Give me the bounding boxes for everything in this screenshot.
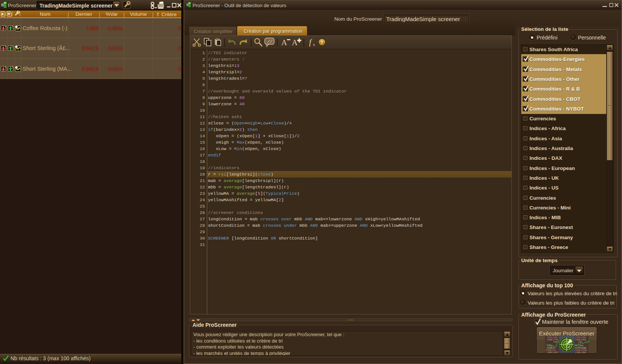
svg-text:1.2606 1.2604: 1.2606 1.2604 bbox=[575, 352, 586, 353]
svg-text:17.2702 17.2...: 17.2702 17.2... bbox=[545, 349, 557, 351]
svg-text:f: f bbox=[309, 38, 312, 47]
svg-text:0.2198 0.2: 0.2198 0.2 bbox=[547, 347, 555, 349]
svg-text:1.9208 1.9204: 1.9208 1.9204 bbox=[575, 339, 586, 341]
svg-text:2.0779 0.8198: 2.0779 0.8198 bbox=[575, 347, 586, 349]
svg-text:?: ? bbox=[320, 39, 323, 45]
svg-text://: // bbox=[267, 39, 273, 44]
svg-text:A: A bbox=[281, 38, 287, 47]
svg-text:1.2605 1.2676: 1.2605 1.2676 bbox=[547, 352, 558, 353]
svg-text:17.2702 17.2701: 17.2702 17.2701 bbox=[574, 349, 587, 351]
svg-text:9.46: 9.46 bbox=[554, 341, 557, 343]
svg-text:2.0941 2.0931: 2.0941 2.0931 bbox=[547, 337, 558, 338]
svg-text:A: A bbox=[292, 38, 298, 47]
svg-text:1.9186 1.7776: 1.9186 1.7776 bbox=[547, 339, 558, 341]
svg-text:x: x bbox=[313, 42, 315, 47]
svg-text:2.0944 2.0902: 2.0944 2.0902 bbox=[575, 337, 586, 338]
